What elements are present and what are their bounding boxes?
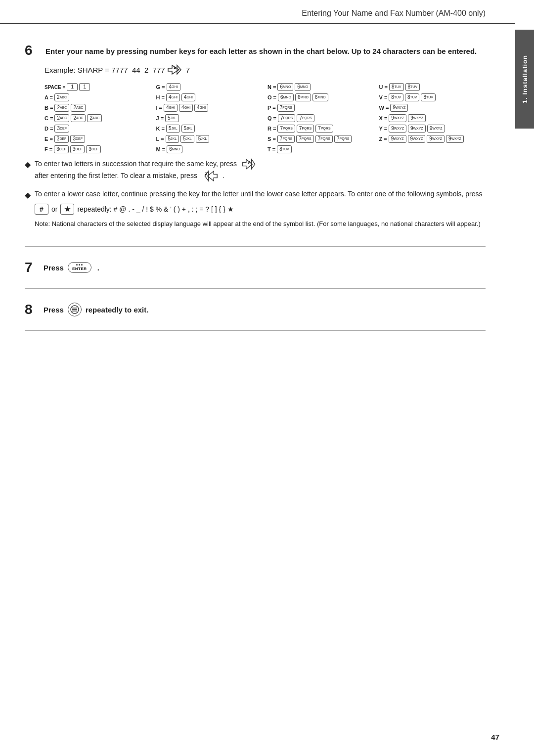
menu-key-icon bbox=[68, 303, 82, 316]
step7-number: 7 bbox=[25, 261, 40, 274]
svg-text:A: A bbox=[248, 161, 250, 165]
bullet2: ◆ To enter a lower case letter, continue… bbox=[25, 189, 486, 229]
page-container: 1. Installation Entering Your Name and F… bbox=[0, 0, 534, 756]
char-h: H = 4GHI 4GHI bbox=[156, 93, 263, 101]
char-d: D = 3DEF bbox=[44, 125, 151, 133]
side-tab-label: 1. Installation bbox=[521, 55, 529, 103]
enter-key-label: ENTER bbox=[72, 267, 87, 271]
example-line: Example: SHARP = 7777 44 2 777 A 7 bbox=[44, 64, 486, 75]
example-suffix: 7 bbox=[184, 66, 190, 74]
step7-content: 7 Press ENTER . bbox=[25, 257, 486, 278]
char-w: W = 9WXYZ bbox=[379, 104, 486, 112]
char-s: S = 7PQRS 7PQRS 7PQRS 7PQRS bbox=[267, 135, 374, 143]
char-k: K = 5JKL 5JKL bbox=[156, 125, 263, 133]
step6-title: Enter your name by pressing number keys … bbox=[45, 44, 477, 57]
side-tab: 1. Installation bbox=[515, 30, 534, 129]
step8-section: 8 Press repeatedly to exit. bbox=[25, 289, 486, 331]
char-r: R = 7PQRS 7PQRS 7PQRS bbox=[267, 125, 374, 133]
char-g: G = 4GHI bbox=[156, 83, 263, 91]
menu-key-svg bbox=[70, 305, 79, 314]
step8-suffix: repeatedly to exit. bbox=[86, 306, 149, 314]
char-empty bbox=[379, 145, 486, 153]
bullet1-diamond: ◆ bbox=[25, 159, 31, 171]
svg-marker-6 bbox=[207, 171, 217, 181]
char-t: T = 8TUV bbox=[267, 145, 374, 153]
char-f: F = 3DEF 3DEF 3DEF bbox=[44, 145, 151, 153]
char-e: E = 3DEF 3DEF bbox=[44, 135, 151, 143]
bullet-section: ◆ To enter two letters in succession tha… bbox=[25, 158, 486, 229]
bullet1: ◆ To enter two letters in succession tha… bbox=[25, 158, 486, 182]
main-content: 6 Enter your name by pressing number key… bbox=[0, 24, 515, 341]
page-header: Entering Your Name and Fax Number (AM-40… bbox=[0, 0, 515, 24]
char-b: B = 2ABC 2ABC bbox=[44, 104, 151, 112]
char-i: I = 4GHI 4GHI 4GHI bbox=[156, 104, 263, 112]
symbols-line: # or ★ repeatedly: # @ . - _ / ! $ % & '… bbox=[35, 204, 486, 215]
back-arrow-key-icon: Z bbox=[202, 170, 218, 182]
char-q: Q = 7PQRS 7PQRS bbox=[267, 114, 374, 122]
char-a: A = 2ABC bbox=[44, 93, 151, 101]
step6-section: 6 Enter your name by pressing number key… bbox=[25, 34, 486, 247]
step8-press-label: Press bbox=[44, 306, 64, 314]
note-text: Note: National characters of the selecte… bbox=[35, 220, 481, 227]
char-m: M = 6MNO bbox=[156, 145, 263, 153]
symbols-text: repeatedly: # @ . - _ / ! $ % & ' ( ) + … bbox=[77, 204, 233, 215]
char-x: X = 9WXYZ 9WXYZ bbox=[379, 114, 486, 122]
step6-header: 6 Enter your name by pressing number key… bbox=[25, 44, 486, 57]
char-j: J = 5JKL bbox=[156, 114, 263, 122]
step7-press-label: Press bbox=[44, 264, 64, 272]
bullet1-text: To enter two letters in succession that … bbox=[35, 158, 486, 182]
char-n: N = 6MNO 6MNO bbox=[267, 83, 374, 91]
char-o: O = 6MNO 6MNO 6MNO bbox=[267, 93, 374, 101]
char-z: Z = 9WXYZ 9WXYZ 9WXYZ 9WXYZ bbox=[379, 135, 486, 143]
char-u: U = 8TUV 8TUV bbox=[379, 83, 486, 91]
char-y: Y = 9WXYZ 9WXYZ 9WXYZ bbox=[379, 125, 486, 133]
bullet2-diamond: ◆ bbox=[25, 189, 31, 201]
bullet2-text: To enter a lower case letter, continue p… bbox=[35, 189, 486, 229]
char-c: C = 2ABC 2ABC 2ABC bbox=[44, 114, 151, 122]
svg-marker-3 bbox=[243, 159, 253, 169]
step7-section: 7 Press ENTER . bbox=[25, 247, 486, 289]
svg-text:A: A bbox=[174, 66, 176, 70]
header-title: Entering Your Name and Fax Number (AM-40… bbox=[302, 9, 486, 17]
svg-text:Z: Z bbox=[205, 172, 207, 176]
arrow-right-icon: A bbox=[167, 64, 182, 75]
char-l: L = 5JKL 5JKL 5JKL bbox=[156, 135, 263, 143]
step8-content: 8 Press repeatedly to exit. bbox=[25, 299, 486, 320]
page-number: 47 bbox=[491, 733, 499, 741]
enter-key-icon: ENTER bbox=[68, 262, 91, 273]
step6-number: 6 bbox=[25, 44, 40, 57]
step8-number: 8 bbox=[25, 303, 40, 316]
char-v: V = 8TUV 8TUV 8TUV bbox=[379, 93, 486, 101]
char-space: SPACE = 1 1 bbox=[44, 83, 151, 91]
forward-arrow-key-icon: A bbox=[242, 158, 258, 170]
example-text: Example: SHARP = 7777 44 2 777 bbox=[44, 66, 165, 74]
char-p: P = 7PQRS bbox=[267, 104, 374, 112]
char-table: SPACE = 1 1 G = 4GHI N = 6MNO 6MNO U = 8… bbox=[44, 83, 486, 153]
